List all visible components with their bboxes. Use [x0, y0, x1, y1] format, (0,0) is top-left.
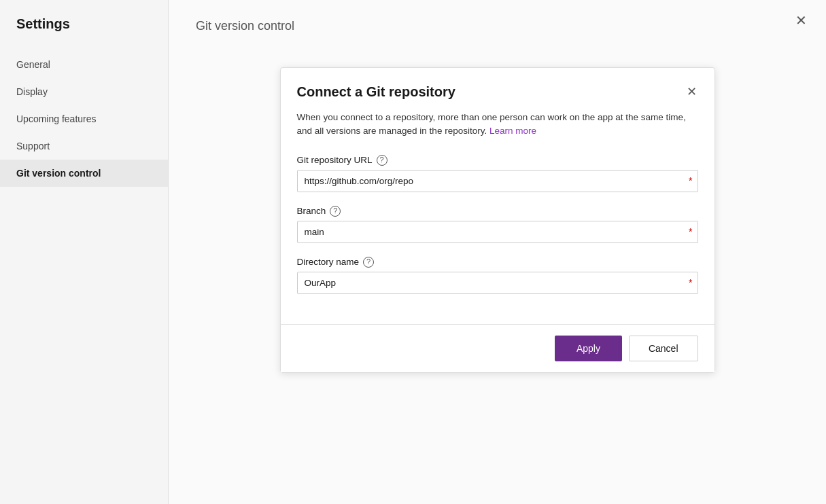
form-label-git-url: Git repository URL? — [297, 155, 698, 166]
sidebar: Settings GeneralDisplayUpcoming features… — [0, 0, 169, 504]
cancel-button[interactable]: Cancel — [629, 336, 698, 361]
dialog-body: When you connect to a repository, more t… — [281, 100, 715, 324]
branch-help-icon[interactable]: ? — [330, 206, 341, 217]
sidebar-item-support[interactable]: Support — [0, 132, 168, 160]
dialog-description: When you connect to a repository, more t… — [297, 111, 698, 139]
form-group-directory-name: Directory name?* — [297, 257, 698, 294]
main-close-button[interactable]: ✕ — [795, 14, 807, 27]
sidebar-item-git-version-control[interactable]: Git version control — [0, 160, 168, 187]
git-repository-dialog: Connect a Git repository ✕ When you conn… — [280, 67, 715, 373]
branch-input[interactable] — [297, 221, 698, 243]
git-url-help-icon[interactable]: ? — [377, 155, 388, 166]
apply-button[interactable]: Apply — [555, 336, 622, 361]
directory-name-help-icon[interactable]: ? — [363, 257, 374, 268]
directory-name-input[interactable] — [297, 272, 698, 294]
form-label-directory-name: Directory name? — [297, 257, 698, 268]
dialog-footer: Apply Cancel — [281, 324, 715, 372]
main-panel: Git version control ✕ Connect a Git repo… — [169, 0, 826, 504]
main-header-title: Git version control — [169, 0, 826, 47]
dialog-header: Connect a Git repository ✕ — [281, 68, 715, 100]
dialog-title: Connect a Git repository — [297, 84, 455, 100]
sidebar-item-upcoming-features[interactable]: Upcoming features — [0, 105, 168, 132]
form-label-branch: Branch? — [297, 206, 698, 217]
form-group-git-url: Git repository URL?* — [297, 155, 698, 192]
form-group-branch: Branch?* — [297, 206, 698, 243]
learn-more-link[interactable]: Learn more — [489, 126, 536, 136]
dialog-close-button[interactable]: ✕ — [685, 84, 698, 99]
sidebar-item-general[interactable]: General — [0, 51, 168, 78]
sidebar-item-display[interactable]: Display — [0, 78, 168, 105]
git-url-input[interactable] — [297, 170, 698, 192]
sidebar-title: Settings — [0, 16, 168, 51]
dialog-container: Connect a Git repository ✕ When you conn… — [169, 47, 826, 504]
